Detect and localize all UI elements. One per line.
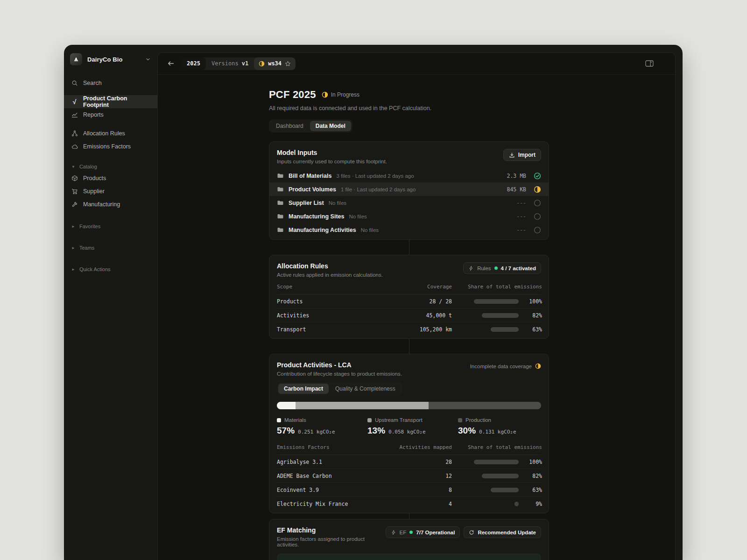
status-empty-icon	[534, 226, 541, 234]
share-bar	[491, 488, 519, 492]
bar-segment-production	[429, 402, 541, 409]
tab-dashboard[interactable]: Dashboard	[270, 121, 309, 131]
sidebar-item-label: Supplier	[83, 188, 105, 195]
status-in-progress-icon	[534, 186, 541, 193]
sidebar-item-emissions-factors[interactable]: Emissions Factors	[64, 140, 157, 153]
back-button[interactable]	[167, 60, 175, 67]
caret-right-icon: ►	[71, 224, 75, 229]
col-header-coverage: Coverage	[361, 284, 452, 290]
table-row-transport[interactable]: Transport 105,200 km 63%	[277, 322, 541, 336]
allocation-table: Scope Coverage Share of total emissions …	[277, 284, 541, 338]
input-row-manufacturing-sites[interactable]: Manufacturing Sites No files ---	[269, 210, 549, 223]
sidebar-item-label: Product Carbon Footprint	[83, 95, 150, 108]
share-bar	[514, 502, 519, 506]
main-panel: 2025 Versions v1 ws34	[157, 52, 676, 560]
sidebar-item-label: Reports	[83, 112, 104, 118]
download-icon	[509, 152, 515, 158]
folder-icon	[277, 172, 284, 179]
panel-toggle-icon[interactable]	[645, 60, 654, 67]
table-row-agribalyse[interactable]: Agribalyse 3.1 28 100%	[277, 455, 541, 469]
caret-right-icon: ►	[71, 267, 75, 272]
sidebar-item-reports[interactable]: Reports	[64, 108, 157, 121]
card-connector	[269, 240, 549, 255]
breadcrumb-workspace-tag[interactable]: ws34	[254, 57, 296, 70]
breadcrumb-year[interactable]: 2025	[181, 57, 206, 70]
sidebar-item-search[interactable]: Search	[64, 77, 157, 90]
status-badge: In Progress	[322, 91, 359, 98]
ef-matching-card: EF Matching Emission factors assigned to…	[269, 519, 549, 560]
legend-item-upstream-transport: Upstream Transport 13%0.058 kgCO₂e	[367, 417, 458, 436]
version-value: v1	[242, 60, 248, 67]
input-row-bill-of-materials[interactable]: Bill of Materials 3 files · Last updated…	[269, 169, 549, 182]
card-subtitle: Inputs currently used to compute this fo…	[277, 159, 387, 164]
page-tabs: Dashboard Data Model	[269, 119, 352, 133]
folder-icon	[277, 213, 284, 220]
input-row-product-volumes[interactable]: Product Volumes 1 file · Last updated 2 …	[269, 182, 549, 196]
sidebar: DairyCo Bio Search √ Product Carbon Foot…	[64, 45, 157, 560]
allocation-rules-card: Allocation Rules Active rules applied in…	[269, 255, 549, 339]
lightning-icon	[391, 530, 396, 535]
col-header-emissions-factors: Emissions Factors	[277, 444, 361, 450]
green-dot	[409, 531, 413, 534]
half-circle-icon	[259, 61, 265, 67]
breadcrumb: 2025 Versions v1 ws34	[181, 57, 296, 70]
rules-activated-badge[interactable]: Rules 4 / 7 activated	[463, 262, 541, 274]
sidebar-section-quick-actions[interactable]: ► Quick Actions	[64, 264, 157, 274]
cube-icon	[71, 175, 78, 182]
legend-item-materials: Materials 57%0.251 kgCO₂e	[277, 417, 367, 436]
table-row-ecoinvent[interactable]: Ecoinvent 3.9 8 63%	[277, 483, 541, 497]
green-dot	[494, 266, 498, 270]
workspace-logo-icon	[70, 53, 82, 65]
breadcrumb-versions[interactable]: Versions v1	[206, 57, 254, 70]
tab-carbon-impact[interactable]: Carbon Impact	[278, 384, 329, 394]
input-row-manufacturing-activities[interactable]: Manufacturing Activities No files ---	[269, 223, 549, 237]
status-empty-icon	[534, 199, 541, 207]
import-button[interactable]: Import	[503, 149, 541, 161]
sidebar-item-products[interactable]: Products	[64, 172, 157, 185]
share-bar	[491, 327, 519, 332]
status-complete-icon	[534, 172, 541, 180]
star-icon[interactable]	[285, 61, 291, 67]
sidebar-item-supplier[interactable]: Supplier	[64, 185, 157, 198]
chart-icon	[71, 112, 78, 118]
share-bar	[482, 313, 519, 318]
sidebar-item-allocation-rules[interactable]: Allocation Rules	[64, 127, 157, 140]
cloud-icon	[71, 143, 78, 150]
table-row-electricity-mix[interactable]: Electricity Mix France 4 9%	[277, 497, 541, 511]
sidebar-section-favorites[interactable]: ► Favorites	[64, 221, 157, 231]
lca-card: Product Activities - LCA Contribution of…	[269, 354, 549, 513]
sidebar-item-product-carbon-footprint[interactable]: √ Product Carbon Footprint	[64, 95, 157, 108]
tab-data-model[interactable]: Data Model	[310, 121, 351, 131]
ef-operational-badge[interactable]: EF 7/7 Operational	[386, 526, 460, 538]
input-row-supplier-list[interactable]: Supplier List No files ---	[269, 196, 549, 210]
recommended-update-button[interactable]: Recommended Update	[464, 526, 541, 538]
sidebar-item-label: Emissions Factors	[83, 143, 131, 150]
table-row-products[interactable]: Products 28 / 28 100%	[277, 294, 541, 308]
section-label: Favorites	[79, 224, 100, 229]
cart-icon	[71, 188, 78, 195]
page-description: All required data is connected and used …	[269, 105, 549, 112]
share-bar	[474, 460, 519, 464]
sidebar-item-manufacturing[interactable]: Manufacturing	[64, 198, 157, 211]
table-row-ademe[interactable]: ADEME Base Carbon 12 82%	[277, 469, 541, 483]
tab-quality-completeness[interactable]: Quality & Completeness	[330, 384, 401, 394]
share-bar	[474, 299, 519, 304]
table-row-activities[interactable]: Activities 45,000 t 82%	[277, 308, 541, 322]
workspace-switcher[interactable]: DairyCo Bio	[64, 50, 157, 68]
sidebar-section-catalog[interactable]: ▼ Catalog	[64, 161, 157, 172]
sidebar-item-label: Manufacturing	[83, 201, 120, 208]
lifecycle-legend: Materials 57%0.251 kgCO₂e Upstream Trans…	[277, 417, 541, 436]
refresh-icon	[469, 530, 474, 535]
half-circle-icon	[322, 91, 328, 98]
model-inputs-card: Model Inputs Inputs currently used to co…	[269, 141, 549, 240]
workspace-name: DairyCo Bio	[87, 56, 140, 63]
lightning-icon	[468, 266, 474, 271]
lifecycle-stacked-bar	[277, 402, 541, 409]
half-circle-icon	[535, 363, 541, 369]
bar-segment-upstream-transport	[296, 402, 429, 409]
sidebar-section-teams[interactable]: ► Teams	[64, 243, 157, 253]
coverage-note: Incomplete data coverage	[470, 363, 541, 369]
section-label: Catalog	[79, 164, 97, 169]
ef-matching-success-banner: ✦ All product activities are matched to …	[277, 553, 541, 560]
sidebar-item-label: Allocation Rules	[83, 130, 125, 137]
